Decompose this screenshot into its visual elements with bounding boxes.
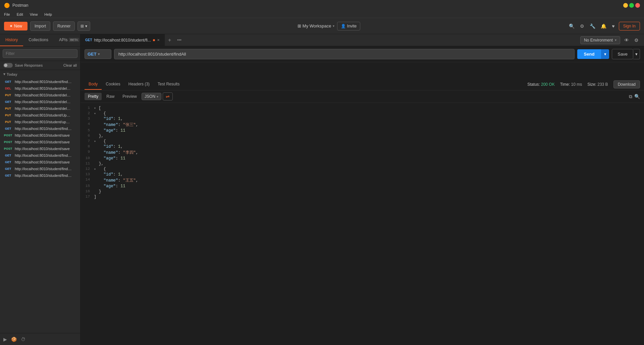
wrap-button[interactable]: ⇌ <box>163 92 173 100</box>
console-icon[interactable]: ▶ <box>3 337 7 342</box>
code-line: 10 "age": 11 <box>80 156 644 161</box>
list-item[interactable]: PUT http://localhost:8010/student/Update <box>0 112 80 119</box>
list-item[interactable]: PUT http://localhost:8010/student/delete… <box>0 92 80 98</box>
minimize-button[interactable] <box>623 3 628 8</box>
tab-test-results[interactable]: Test Results <box>154 79 183 90</box>
format-chevron: ▾ <box>157 95 158 98</box>
download-button[interactable]: Download <box>613 80 640 88</box>
invite-button[interactable]: 👤 Invite <box>337 22 361 30</box>
request-tab-active[interactable]: GET http://localhost:8010/student/fi... … <box>80 34 165 46</box>
tab-close-button[interactable]: ✕ <box>157 38 160 42</box>
fold-icon[interactable]: ▾ <box>94 140 98 143</box>
list-item[interactable]: GET http://localhost:8010/student/findAl… <box>0 125 80 132</box>
environment-selector[interactable]: No Environment ▾ <box>580 36 620 44</box>
sidebar-content: ▾ Today GET http://localhost:8010/studen… <box>0 70 80 333</box>
history-url: http://localhost:8010/student/save <box>15 160 70 164</box>
copy-button[interactable]: ⧉ <box>629 94 632 99</box>
code-line: 15 "age": 11 <box>80 184 644 189</box>
code-token: , <box>136 150 138 155</box>
code-token: ] <box>94 195 96 199</box>
list-item[interactable]: GET http://localhost:8010/student/findAl… <box>0 152 80 159</box>
code-token: : <box>116 184 120 189</box>
list-item[interactable]: GET http://localhost:8010/student/findAl… <box>0 172 80 179</box>
chevron-icon: ▾ <box>3 72 5 76</box>
tab-cookies[interactable]: Cookies <box>102 79 124 90</box>
method-badge: PUT <box>3 120 13 124</box>
view-menu[interactable]: View <box>29 12 39 17</box>
fold-icon[interactable]: ▾ <box>94 107 98 110</box>
history-tab[interactable]: History <box>0 34 23 46</box>
code-token: "张三" <box>123 123 136 127</box>
code-token: "age" <box>94 128 116 133</box>
search-in-body-button[interactable]: 🔍 <box>634 94 640 99</box>
filter-input[interactable] <box>3 49 77 58</box>
env-chevron: ▾ <box>615 38 616 42</box>
close-button[interactable] <box>635 3 640 8</box>
runner-button[interactable]: Runner <box>53 21 75 31</box>
heart-icon-btn[interactable]: ♥ <box>610 22 616 30</box>
save-dropdown-button[interactable]: ▾ <box>633 49 640 59</box>
list-item[interactable]: GET http://localhost:8010/student/delete… <box>0 98 80 105</box>
env-eye-button[interactable]: 👁 <box>623 36 630 44</box>
save-button[interactable]: Save <box>612 49 633 59</box>
main-toolbar: ✦ New Import Runner ⊞ ▾ ⊞ My Workspace ▾… <box>0 18 644 34</box>
code-token: : <box>116 156 120 161</box>
history-icon[interactable]: ⏱ <box>21 337 25 342</box>
send-dropdown-button[interactable]: ▾ <box>601 49 609 59</box>
fold-icon[interactable]: ▾ <box>94 112 98 116</box>
import-button[interactable]: Import <box>30 21 50 31</box>
layout-button[interactable]: ⊞ ▾ <box>77 21 90 31</box>
edit-menu[interactable]: Edit <box>15 12 24 17</box>
list-item[interactable]: DEL http://localhost:8010/student/delete… <box>0 85 80 92</box>
tab-preview[interactable]: Preview <box>119 93 140 100</box>
code-line: 3 "id": 1, <box>80 116 644 122</box>
clear-all-button[interactable]: Clear all <box>63 63 77 67</box>
list-item[interactable]: POST http://localhost:8010/student/save <box>0 132 80 139</box>
code-token: "name" <box>94 178 118 183</box>
new-button[interactable]: ✦ New <box>4 22 28 30</box>
search-icon-btn[interactable]: 🔍 <box>568 22 576 30</box>
maximize-button[interactable] <box>629 3 634 8</box>
code-token: "id" <box>94 144 113 149</box>
collections-tab[interactable]: Collections <box>23 34 54 46</box>
help-menu[interactable]: Help <box>43 12 53 17</box>
tab-headers[interactable]: Headers (3) <box>124 79 154 90</box>
history-url: http://localhost:8010/student/delete/5 <box>15 107 72 111</box>
bell-icon-btn[interactable]: 🔔 <box>599 22 608 30</box>
list-item[interactable]: POST http://localhost:8010/student/save <box>0 139 80 145</box>
list-item[interactable]: GET http://localhost:8010/student/save <box>0 159 80 165</box>
send-button[interactable]: Send <box>577 49 601 59</box>
list-item[interactable]: POST http://localhost:8010/student/save <box>0 145 80 152</box>
method-select[interactable]: GET ▾ <box>85 49 111 59</box>
code-token: , <box>120 117 123 121</box>
apis-tab[interactable]: APIs BETA <box>54 34 85 46</box>
list-item[interactable]: PUT http://localhost:8010/student/delete… <box>0 105 80 112</box>
file-menu[interactable]: File <box>3 12 11 17</box>
tab-method: GET <box>85 38 92 42</box>
sign-in-button[interactable]: Sign In <box>619 22 640 30</box>
tab-pretty[interactable]: Pretty <box>85 93 102 100</box>
settings-icon-btn[interactable]: ⚙ <box>579 22 586 30</box>
tab-raw[interactable]: Raw <box>103 93 118 100</box>
body-view-tabs: Pretty Raw Preview JSON ▾ ⇌ ⧉ 🔍 <box>80 90 644 103</box>
method-badge: GET <box>3 167 13 170</box>
line-number: 1 <box>80 106 94 110</box>
fold-icon[interactable]: ▾ <box>94 167 98 171</box>
list-item[interactable]: GET http://localhost:8010/student/findBy… <box>0 165 80 172</box>
url-input[interactable] <box>114 49 575 59</box>
sidebar-controls: Save Responses Clear all <box>0 61 80 70</box>
list-item[interactable]: GET http://localhost:8010/student/findAl… <box>0 78 80 85</box>
wrench-icon-btn[interactable]: 🔧 <box>588 22 597 30</box>
code-token: 11 <box>120 184 125 189</box>
tab-body[interactable]: Body <box>85 79 102 90</box>
env-settings-button[interactable]: ⚙ <box>633 36 640 44</box>
new-tab-button[interactable]: + <box>165 37 174 43</box>
cookie-icon[interactable]: 🍪 <box>11 337 17 342</box>
code-line: 8 "id": 1, <box>80 144 644 149</box>
format-selector[interactable]: JSON ▾ <box>142 93 161 100</box>
history-url: http://localhost:8010/student/Update <box>15 113 72 117</box>
workspace-button[interactable]: ⊞ My Workspace ▾ <box>298 23 334 28</box>
more-tabs-button[interactable]: ••• <box>174 38 184 43</box>
save-responses-toggle[interactable] <box>3 63 13 68</box>
list-item[interactable]: PUT http://localhost:8010/student/update <box>0 119 80 125</box>
